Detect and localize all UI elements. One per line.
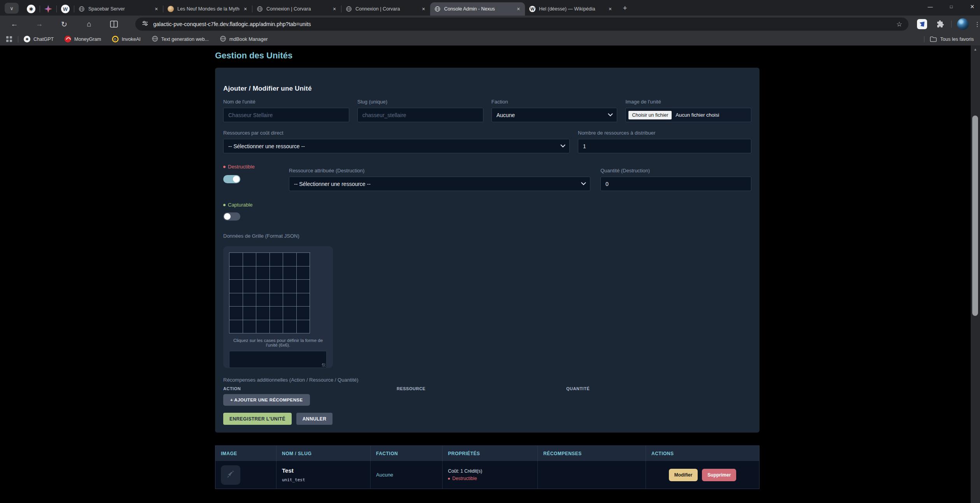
close-icon[interactable]: × bbox=[420, 5, 427, 12]
capturable-toggle[interactable] bbox=[223, 212, 240, 221]
unit-slug-input[interactable] bbox=[357, 108, 483, 122]
grid-cell[interactable] bbox=[243, 307, 257, 320]
grid-cell[interactable] bbox=[283, 293, 297, 307]
grid-cell[interactable] bbox=[256, 280, 270, 293]
grid-cell[interactable] bbox=[283, 307, 297, 320]
grid-cell[interactable] bbox=[256, 307, 270, 320]
choose-file-button[interactable]: Choisir un fichier bbox=[628, 111, 672, 119]
destruction-resource-select[interactable]: -- Sélectionner une ressource -- bbox=[289, 177, 590, 191]
grid-cell[interactable] bbox=[243, 280, 257, 293]
grid-cell[interactable] bbox=[297, 293, 310, 307]
unit-name-input[interactable] bbox=[223, 108, 349, 122]
grid-cell[interactable] bbox=[270, 307, 284, 320]
grid-cell[interactable] bbox=[297, 253, 310, 266]
maximize-button[interactable]: □ bbox=[947, 4, 955, 9]
close-icon[interactable]: × bbox=[331, 5, 338, 12]
grid-cell[interactable] bbox=[256, 320, 270, 334]
grid-cell[interactable] bbox=[283, 266, 297, 280]
grid-cell[interactable] bbox=[256, 253, 270, 266]
bookmark-invokeai[interactable]: InvokeAI bbox=[112, 36, 141, 42]
file-input[interactable]: Choisir un fichier Aucun fichier choisi bbox=[625, 108, 751, 122]
grid-cell[interactable] bbox=[270, 266, 284, 280]
grid-cell[interactable] bbox=[243, 293, 257, 307]
grid-cell[interactable] bbox=[297, 307, 310, 320]
scroll-up-icon[interactable]: ▲ bbox=[971, 47, 980, 51]
browser-tab-neuf-mondes[interactable]: Les Neuf Mondes de la Mytholo × bbox=[163, 2, 252, 16]
modify-button[interactable]: Modifier bbox=[669, 469, 698, 481]
pinned-tab-chatgpt[interactable]: ∗ bbox=[23, 2, 40, 16]
forward-button[interactable]: → bbox=[34, 19, 44, 29]
browser-menu-button[interactable]: ⋮ bbox=[974, 21, 980, 28]
pinned-tab-gemini[interactable] bbox=[40, 2, 56, 16]
grid-cell[interactable] bbox=[229, 266, 243, 280]
bookmark-star-icon[interactable]: ☆ bbox=[896, 20, 902, 28]
grid-cell[interactable] bbox=[256, 266, 270, 280]
grid-cell[interactable] bbox=[270, 320, 284, 334]
url-text[interactable]: galactic-pve-conquest-c7fe.dev.flatlogic… bbox=[153, 21, 311, 27]
site-info-icon[interactable] bbox=[142, 20, 149, 28]
grid-cell[interactable] bbox=[243, 266, 257, 280]
col-header-faction: FACTION bbox=[371, 446, 443, 461]
close-icon[interactable]: × bbox=[607, 5, 614, 12]
minimize-button[interactable]: — bbox=[926, 4, 934, 10]
grid-cell[interactable] bbox=[229, 320, 243, 334]
delete-button[interactable]: Supprimer bbox=[702, 469, 736, 481]
page-scrollbar[interactable]: ▲ bbox=[971, 46, 980, 503]
grid-cell[interactable] bbox=[229, 280, 243, 293]
grid-cell[interactable] bbox=[270, 293, 284, 307]
scrollbar-thumb[interactable] bbox=[972, 116, 978, 316]
browser-tab-wikipedia[interactable]: W Hel (déesse) — Wikipédia × bbox=[525, 2, 617, 16]
window-close-button[interactable]: × bbox=[968, 3, 976, 11]
grid-cell[interactable] bbox=[229, 253, 243, 266]
save-unit-button[interactable]: ENREGISTRER L'UNITÉ bbox=[223, 413, 292, 425]
back-button[interactable]: ← bbox=[9, 19, 19, 29]
bookmark-mdbook[interactable]: mdBook Manager bbox=[220, 35, 268, 43]
browser-tab-connexion-2[interactable]: Connexion | Corvara × bbox=[341, 2, 430, 16]
browser-tab-spacebar[interactable]: Spacebar Server × bbox=[74, 2, 163, 16]
bookmark-chatgpt[interactable]: ∗ChatGPT bbox=[24, 36, 54, 42]
browser-tab-connexion-1[interactable]: Connexion | Corvara × bbox=[252, 2, 341, 16]
grid-cell[interactable] bbox=[297, 320, 310, 334]
refresh-button[interactable]: ↻ bbox=[59, 19, 69, 29]
destructible-toggle[interactable] bbox=[223, 175, 240, 183]
grid-cell[interactable] bbox=[297, 266, 310, 280]
tab-search-button[interactable]: ∨ bbox=[5, 3, 19, 14]
new-tab-button[interactable]: + bbox=[619, 2, 631, 14]
cancel-button[interactable]: ANNULER bbox=[296, 413, 332, 425]
col-header-actions: ACTIONS bbox=[646, 446, 759, 461]
grid-cell[interactable] bbox=[297, 280, 310, 293]
grid-cell[interactable] bbox=[270, 253, 284, 266]
browser-tab-console-admin-active[interactable]: Console Admin - Nexus × bbox=[430, 2, 525, 16]
grid-cell[interactable] bbox=[283, 320, 297, 334]
bookmark-moneygram[interactable]: MoneyGram bbox=[65, 36, 101, 42]
all-bookmarks-button[interactable]: Tous les favoris bbox=[924, 36, 974, 42]
pinned-tab-wordpress[interactable]: W bbox=[57, 2, 74, 16]
close-icon[interactable]: × bbox=[153, 5, 160, 12]
grid-cell[interactable] bbox=[283, 280, 297, 293]
cost-resource-select[interactable]: -- Sélectionner une ressource -- bbox=[223, 139, 570, 153]
bookmark-textgen[interactable]: Text generation web... bbox=[152, 35, 209, 43]
window-controls: — □ × bbox=[926, 0, 976, 13]
close-icon[interactable]: × bbox=[242, 5, 249, 12]
close-icon[interactable]: × bbox=[515, 5, 522, 12]
extensions-puzzle-icon[interactable] bbox=[936, 19, 945, 29]
grid-cell[interactable] bbox=[256, 293, 270, 307]
unit-cost: Coût: 1 Crédit(s) bbox=[448, 468, 532, 474]
address-bar[interactable]: galactic-pve-conquest-c7fe.dev.flatlogic… bbox=[135, 18, 908, 31]
profile-avatar[interactable] bbox=[957, 18, 969, 30]
grid-cell[interactable] bbox=[283, 253, 297, 266]
grid-cell[interactable] bbox=[270, 280, 284, 293]
grid-json-textarea[interactable] bbox=[229, 351, 327, 368]
grid-cell[interactable] bbox=[229, 307, 243, 320]
grid-cell[interactable] bbox=[243, 253, 257, 266]
add-reward-button[interactable]: + AJOUTER UNE RÉCOMPENSE bbox=[223, 394, 310, 406]
home-button[interactable]: ⌂ bbox=[84, 19, 94, 29]
apps-grid-icon[interactable] bbox=[6, 36, 12, 42]
faction-select[interactable]: Aucune bbox=[492, 108, 618, 122]
reading-list-icon[interactable] bbox=[109, 19, 119, 29]
grid-cell[interactable] bbox=[243, 320, 257, 334]
distribute-count-input[interactable] bbox=[578, 139, 751, 153]
grid-cell[interactable] bbox=[229, 293, 243, 307]
extension-icon[interactable] bbox=[917, 19, 927, 29]
destruction-qty-input[interactable] bbox=[600, 177, 751, 191]
